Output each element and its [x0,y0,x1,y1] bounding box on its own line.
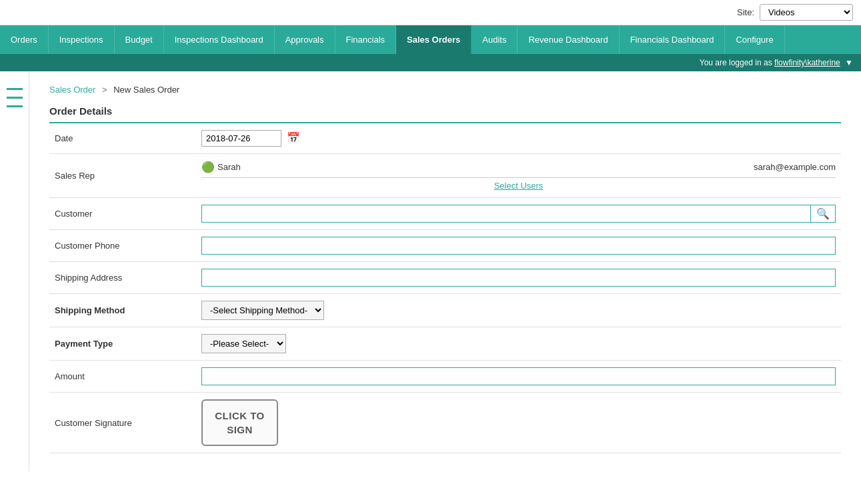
amount-cell [196,361,841,393]
breadcrumb-parent-link[interactable]: Sales Order [49,85,95,95]
nav-item-financials-dashboard[interactable]: Financials Dashboard [620,25,726,54]
sales-rep-name: Sarah [217,162,241,172]
customer-signature-label: Customer Signature [49,393,196,453]
sales-rep-label: Sales Rep [49,154,196,198]
payment-type-cell: -Please Select- Credit Card Cash Check [196,327,841,361]
order-form: Date 📅 Sales Rep 🟢 Sarah sarah@example.c… [49,123,841,453]
sales-rep-email: sarah@example.com [754,162,836,172]
login-text: You are logged in as [700,58,774,67]
click-to-sign-button[interactable]: CLICK TO SIGN [201,399,278,446]
customer-input[interactable] [202,205,810,222]
sales-rep-row: Sales Rep 🟢 Sarah sarah@example.com Sele… [49,154,841,198]
click-to-sign-text: CLICK TO SIGN [215,409,265,437]
date-input[interactable] [201,130,281,147]
breadcrumb-separator: > [102,85,107,95]
payment-type-label: Payment Type [49,327,196,361]
customer-phone-row: Customer Phone [49,230,841,262]
sidebar-line-1 [7,88,23,90]
customer-phone-cell [196,230,841,262]
date-label: Date [49,123,196,154]
breadcrumb: Sales Order > New Sales Order [49,85,841,95]
nav-item-configure[interactable]: Configure [725,25,784,54]
customer-signature-row: Customer Signature CLICK TO SIGN [49,393,841,453]
date-row: Date 📅 [49,123,841,154]
customer-signature-cell: CLICK TO SIGN [196,393,841,453]
nav-item-financials[interactable]: Financials [335,25,397,54]
sales-rep-cell: 🟢 Sarah sarah@example.com Select Users [196,154,841,198]
login-bar: You are logged in as flowfinity\katherin… [0,54,861,71]
shipping-method-cell: -Select Shipping Method- Standard Expres… [196,294,841,327]
sidebar [0,71,29,471]
login-user-link[interactable]: flowfinity\katherine [774,58,840,67]
select-users-link[interactable]: Select Users [494,181,544,191]
sidebar-line-3 [7,105,23,107]
shipping-address-input[interactable] [201,269,836,287]
customer-search-button[interactable]: 🔍 [810,205,835,222]
customer-input-wrapper: 🔍 [201,205,836,223]
amount-input[interactable] [201,367,836,385]
nav-item-budget[interactable]: Budget [115,25,164,54]
date-cell: 📅 [196,123,841,154]
site-label: Site: [737,7,754,17]
shipping-address-cell [196,262,841,294]
breadcrumb-current: New Sales Order [113,85,179,95]
nav-item-sales-orders[interactable]: Sales Orders [396,25,472,54]
nav-item-approvals[interactable]: Approvals [275,25,335,54]
layout: Sales Order > New Sales Order Order Deta… [0,71,861,471]
site-select[interactable]: Videos Site 1 Site 2 [760,4,853,21]
amount-row: Amount [49,361,841,393]
amount-label: Amount [49,361,196,393]
customer-phone-label: Customer Phone [49,230,196,262]
customer-label: Customer [49,198,196,230]
nav-item-inspections-dashboard[interactable]: Inspections Dashboard [164,25,275,54]
sidebar-line-2 [7,97,23,99]
shipping-method-row: Shipping Method -Select Shipping Method-… [49,294,841,327]
dropdown-arrow-icon[interactable]: ▼ [845,58,853,67]
nav-item-inspections[interactable]: Inspections [49,25,115,54]
shipping-address-label: Shipping Address [49,262,196,294]
nav-item-revenue-dashboard[interactable]: Revenue Dashboard [518,25,619,54]
shipping-method-select[interactable]: -Select Shipping Method- Standard Expres… [201,301,324,320]
customer-cell: 🔍 [196,198,841,230]
customer-phone-input[interactable] [201,237,836,255]
nav-item-orders[interactable]: Orders [0,25,49,54]
top-bar: Site: Videos Site 1 Site 2 [0,0,861,25]
nav-bar: Orders Inspections Budget Inspections Da… [0,25,861,54]
main-content: Sales Order > New Sales Order Order Deta… [29,71,861,471]
section-title: Order Details [49,105,841,123]
sales-rep-avatar-icon: 🟢 [201,161,215,173]
payment-type-row: Payment Type -Please Select- Credit Card… [49,327,841,361]
payment-type-select[interactable]: -Please Select- Credit Card Cash Check [201,334,286,353]
shipping-address-row: Shipping Address [49,262,841,294]
shipping-method-label: Shipping Method [49,294,196,327]
customer-row: Customer 🔍 [49,198,841,230]
nav-item-audits[interactable]: Audits [472,25,518,54]
calendar-icon-button[interactable]: 📅 [284,130,303,145]
